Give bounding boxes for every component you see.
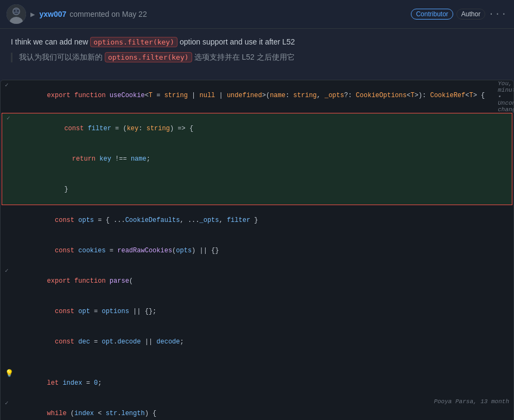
line-indicator-3: [7, 144, 15, 145]
blame-text-import: You, 2 minutes ago • Uncommitted changes: [498, 80, 514, 113]
code-line-spacer1: [1, 357, 513, 368]
code-line-filter: ✓ const filter = (key: string) => {: [2, 113, 512, 144]
chinese-blockquote: 我认为我们可以添加新的 options.filter(key) 选项支持并在 L…: [11, 53, 503, 62]
code-line-parse: ✓ export function parse(: [1, 266, 513, 296]
line-content-let-index: let index = 0;: [14, 368, 509, 398]
chinese-text-before: 我认为我们可以添加新的: [19, 53, 105, 61]
more-options-button[interactable]: ···: [488, 9, 507, 19]
line-content-return: return key !== name;: [15, 144, 507, 174]
code-line-import: ✓ export function useCookie<T = string |…: [1, 80, 513, 113]
code-block: ✓ export function useCookie<T = string |…: [0, 80, 514, 420]
username[interactable]: yxw007: [39, 10, 66, 18]
line-indicator-5: [5, 205, 14, 206]
code-line-const-opt: const opt = options || {};: [1, 296, 513, 327]
inline-code-2: options.filter(key): [105, 52, 192, 62]
contributor-badge: Contributor: [411, 9, 453, 20]
line-indicator-10: 💡: [5, 368, 14, 378]
header-badges: Contributor Author ···: [411, 9, 507, 20]
comment-action: commented on May 22: [69, 10, 147, 18]
line-content-cookies: const cookies = readRawCookies(opts) || …: [14, 236, 509, 266]
line-content-const-opt: const opt = options || {};: [14, 296, 509, 327]
author-badge: Author: [456, 9, 485, 20]
blame-text-while: Pooya Parsa, 13 month: [434, 398, 509, 405]
comment-container: ▶ yxw007 commented on May 22 Contributor…: [0, 0, 514, 420]
line-content-import: export function useCookie<T = string | n…: [14, 80, 487, 111]
code-line-return: return key !== name;: [2, 144, 512, 174]
code-line-while: ✓ while (index < str.length) { Pooya Par…: [1, 398, 513, 420]
code-line-cookies: const cookies = readRawCookies(opts) || …: [1, 236, 513, 266]
code-line-close-brace: }: [2, 174, 512, 205]
inline-code-1: options.filter(key): [90, 37, 177, 47]
line-content-opts: const opts = { ...CookieDefaults, ..._op…: [14, 205, 509, 236]
svg-point-5: [17, 10, 19, 12]
comment-text-before: I think we can add new: [11, 37, 90, 46]
code-line-let-index: 💡 let index = 0;: [1, 368, 513, 398]
comment-text: I think we can add new options.filter(ke…: [11, 37, 503, 46]
line-indicator-8: [5, 296, 14, 297]
nav-chevron[interactable]: ▶: [30, 10, 35, 19]
red-box-top: ✓ const filter = (key: string) => { retu…: [2, 113, 512, 205]
line-content-while: while (index < str.length) {: [14, 398, 423, 420]
line-indicator-7: ✓: [5, 266, 14, 274]
code-line-const-dec: const dec = opt.decode || decode;: [1, 327, 513, 357]
line-indicator-6: [5, 236, 14, 237]
code-line-opts: const opts = { ...CookieDefaults, ..._op…: [1, 205, 513, 236]
line-indicator-2: ✓: [7, 113, 15, 122]
comment-body: I think we can add new options.filter(ke…: [0, 29, 514, 80]
chinese-text-after: 选项支持并在 L52 之后使用它: [194, 53, 295, 61]
line-content-close: }: [15, 174, 507, 205]
line-content-parse: export function parse(: [14, 266, 509, 296]
avatar: [7, 4, 26, 24]
line-indicator-4: [7, 174, 15, 175]
svg-point-4: [14, 10, 16, 12]
line-indicator-9: [5, 327, 14, 328]
line-indicator: ✓: [5, 80, 14, 88]
comment-header: ▶ yxw007 commented on May 22 Contributor…: [0, 0, 514, 29]
line-content-filter: const filter = (key: string) => {: [15, 113, 507, 144]
header-meta: yxw007 commented on May 22: [39, 10, 407, 18]
comment-text-after: option support and use it after L52: [180, 37, 295, 46]
line-indicator-11: ✓: [5, 398, 14, 406]
line-content-const-dec: const dec = opt.decode || decode;: [14, 327, 509, 357]
